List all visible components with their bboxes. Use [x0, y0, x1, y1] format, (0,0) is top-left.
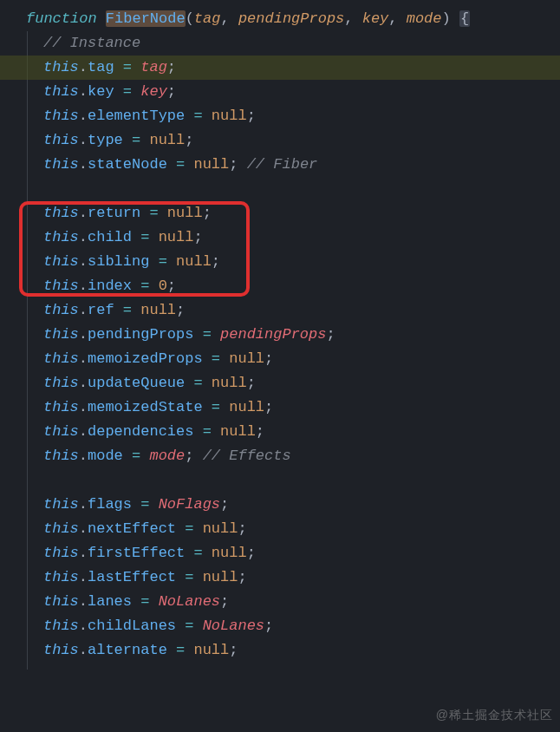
watermark-text: @稀土掘金技术社区 — [436, 703, 553, 727]
code-line: this.tag = tag; — [0, 56, 560, 80]
function-name: FiberNode — [106, 10, 186, 27]
code-line: this.lastEffect = null; — [17, 565, 560, 590]
code-line: this.memoizedProps = null; — [17, 347, 560, 371]
code-line: this.sibling = null; — [17, 250, 560, 274]
code-line: this.return = null; — [17, 201, 560, 225]
code-line: this.alternate = null; — [17, 638, 560, 663]
code-line: this.flags = NoFlags; — [17, 493, 560, 517]
param-2: key — [362, 10, 389, 27]
code-line: this.child = null; — [17, 225, 560, 250]
code-line — [17, 177, 560, 201]
code-line: this.lanes = NoLanes; — [17, 590, 560, 614]
function-signature-line: function FiberNode(tag, pendingProps, ke… — [17, 7, 560, 31]
keyword-function: function — [26, 10, 97, 27]
param-1: pendingProps — [238, 10, 344, 27]
param-0: tag — [194, 10, 221, 27]
code-line: this.nextEffect = null; — [17, 517, 560, 541]
code-line: this.index = 0; — [17, 274, 560, 298]
code-line: this.pendingProps = pendingProps; — [17, 323, 560, 347]
code-line: this.mode = mode; // Effects — [17, 444, 560, 468]
open-brace: { — [459, 10, 470, 27]
code-line: this.elementType = null; — [17, 104, 560, 128]
code-line: this.ref = null; — [17, 298, 560, 323]
code-line: this.memoizedState = null; — [17, 395, 560, 420]
code-line — [17, 468, 560, 493]
code-line: // Instance — [17, 31, 560, 56]
param-3: mode — [407, 10, 442, 27]
code-editor: function FiberNode(tag, pendingProps, ke… — [0, 0, 560, 670]
code-line: this.dependencies = null; — [17, 420, 560, 444]
code-line: this.childLanes = NoLanes; — [17, 614, 560, 638]
code-line: this.type = null; — [17, 128, 560, 153]
code-line: this.key = key; — [17, 80, 560, 104]
code-line: this.updateQueue = null; — [17, 371, 560, 395]
function-body: // Instancethis.tag = tag;this.key = key… — [17, 31, 560, 663]
code-line: this.firstEffect = null; — [17, 541, 560, 565]
code-line: this.stateNode = null; // Fiber — [17, 153, 560, 177]
